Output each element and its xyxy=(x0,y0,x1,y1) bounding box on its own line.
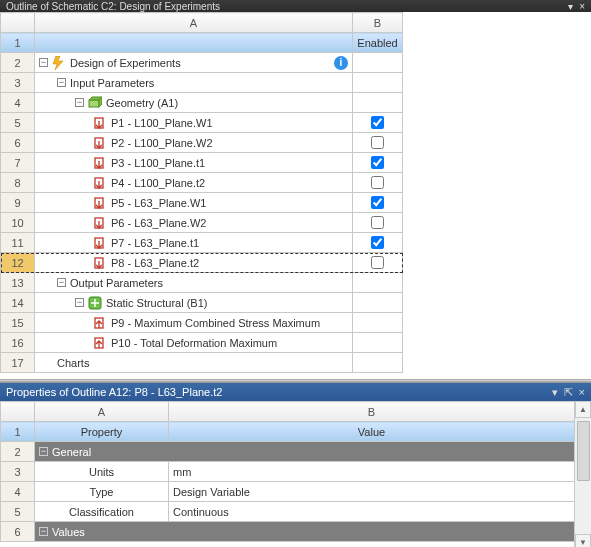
property-row[interactable]: 5ClassificationContinuous xyxy=(1,502,575,522)
section-values[interactable]: 6 − Values xyxy=(1,522,575,542)
dropdown-icon[interactable]: ▾ xyxy=(552,386,558,399)
scroll-thumb[interactable] xyxy=(577,421,590,481)
enabled-cell[interactable] xyxy=(353,193,403,213)
corner-cell[interactable] xyxy=(1,402,35,422)
tree-cell[interactable]: −Output Parameters xyxy=(35,273,353,293)
table-row[interactable]: 14−Static Structural (B1) xyxy=(1,293,403,313)
col-a-header[interactable]: A xyxy=(35,13,353,33)
row-number[interactable]: 8 xyxy=(1,173,35,193)
table-row[interactable]: 17Charts xyxy=(1,353,403,373)
enabled-checkbox[interactable] xyxy=(371,236,384,249)
tree-cell[interactable]: P4 - L100_Plane.t2 xyxy=(35,173,353,193)
col-a-header[interactable]: A xyxy=(35,402,169,422)
row-number[interactable]: 4 xyxy=(1,482,35,502)
vertical-scrollbar[interactable]: ▲ ▼ xyxy=(574,401,591,547)
collapse-icon[interactable]: − xyxy=(75,98,84,107)
close-icon[interactable]: × xyxy=(579,386,585,399)
table-row[interactable]: 9P5 - L63_Plane.W1 xyxy=(1,193,403,213)
enabled-checkbox[interactable] xyxy=(371,156,384,169)
tree-cell[interactable]: P10 - Total Deformation Maximum xyxy=(35,333,353,353)
row-number[interactable]: 17 xyxy=(1,353,35,373)
table-row[interactable]: 2i−Design of Experiments xyxy=(1,53,403,73)
table-row[interactable]: 15P9 - Maximum Combined Stress Maximum xyxy=(1,313,403,333)
row-number[interactable]: 12 xyxy=(1,253,35,273)
enabled-cell[interactable] xyxy=(353,133,403,153)
table-row[interactable]: 6P2 - L100_Plane.W2 xyxy=(1,133,403,153)
table-row[interactable]: 4−Geometry (A1) xyxy=(1,93,403,113)
property-row[interactable]: 4TypeDesign Variable xyxy=(1,482,575,502)
enabled-cell[interactable] xyxy=(353,113,403,133)
pin-icon[interactable]: ▾ xyxy=(568,1,573,12)
row-number[interactable]: 16 xyxy=(1,333,35,353)
collapse-icon[interactable]: − xyxy=(39,527,48,536)
tree-cell[interactable]: P2 - L100_Plane.W2 xyxy=(35,133,353,153)
row-number[interactable]: 7 xyxy=(1,153,35,173)
property-value[interactable]: Design Variable xyxy=(169,482,575,502)
table-row[interactable]: 11P7 - L63_Plane.t1 xyxy=(1,233,403,253)
table-row[interactable]: 5P1 - L100_Plane.W1 xyxy=(1,113,403,133)
corner-cell[interactable] xyxy=(1,13,35,33)
row-number[interactable]: 5 xyxy=(1,113,35,133)
row-number[interactable]: 1 xyxy=(1,422,35,442)
tree-cell[interactable]: −Geometry (A1) xyxy=(35,93,353,113)
row-number[interactable]: 6 xyxy=(1,133,35,153)
enabled-checkbox[interactable] xyxy=(371,116,384,129)
tree-cell[interactable]: P6 - L63_Plane.W2 xyxy=(35,213,353,233)
tree-cell[interactable]: i−Design of Experiments xyxy=(35,53,353,73)
tree-cell[interactable]: P3 - L100_Plane.t1 xyxy=(35,153,353,173)
collapse-icon[interactable]: − xyxy=(57,278,66,287)
info-icon[interactable]: i xyxy=(334,56,348,70)
row-number[interactable]: 14 xyxy=(1,293,35,313)
property-row[interactable]: 3Unitsmm xyxy=(1,462,575,482)
row-number[interactable]: 4 xyxy=(1,93,35,113)
row-number[interactable]: 3 xyxy=(1,73,35,93)
enabled-cell[interactable] xyxy=(353,213,403,233)
table-row[interactable]: 1Enabled xyxy=(1,33,403,53)
col-b-header[interactable]: B xyxy=(353,13,403,33)
col-b-header[interactable]: B xyxy=(169,402,575,422)
enabled-cell[interactable] xyxy=(353,253,403,273)
collapse-icon[interactable]: − xyxy=(57,78,66,87)
close-icon[interactable]: × xyxy=(579,1,585,12)
row-number[interactable]: 2 xyxy=(1,442,35,462)
table-row[interactable]: 8P4 - L100_Plane.t2 xyxy=(1,173,403,193)
enabled-checkbox[interactable] xyxy=(371,256,384,269)
enabled-checkbox[interactable] xyxy=(371,136,384,149)
tree-cell[interactable]: P9 - Maximum Combined Stress Maximum xyxy=(35,313,353,333)
enabled-cell[interactable] xyxy=(353,233,403,253)
tree-cell[interactable]: −Static Structural (B1) xyxy=(35,293,353,313)
tree-cell[interactable]: −Input Parameters xyxy=(35,73,353,93)
row-number[interactable]: 6 xyxy=(1,522,35,542)
row-number[interactable]: 15 xyxy=(1,313,35,333)
property-value[interactable]: mm xyxy=(169,462,575,482)
row-number[interactable]: 5 xyxy=(1,502,35,522)
table-row[interactable]: 10P6 - L63_Plane.W2 xyxy=(1,213,403,233)
row-number[interactable]: 1 xyxy=(1,33,35,53)
scroll-down-button[interactable]: ▼ xyxy=(575,534,591,547)
tree-cell[interactable]: P8 - L63_Plane.t2 xyxy=(35,253,353,273)
enabled-cell[interactable] xyxy=(353,153,403,173)
table-row[interactable]: 3−Input Parameters xyxy=(1,73,403,93)
collapse-icon[interactable]: − xyxy=(75,298,84,307)
table-row[interactable]: 16P10 - Total Deformation Maximum xyxy=(1,333,403,353)
row-number[interactable]: 13 xyxy=(1,273,35,293)
collapse-icon[interactable]: − xyxy=(39,58,48,67)
enabled-checkbox[interactable] xyxy=(371,216,384,229)
table-row[interactable]: 13−Output Parameters xyxy=(1,273,403,293)
row-number[interactable]: 2 xyxy=(1,53,35,73)
table-row[interactable]: 7P3 - L100_Plane.t1 xyxy=(1,153,403,173)
tree-cell[interactable]: P7 - L63_Plane.t1 xyxy=(35,233,353,253)
enabled-cell[interactable] xyxy=(353,173,403,193)
section-general[interactable]: 2 − General xyxy=(1,442,575,462)
scroll-up-button[interactable]: ▲ xyxy=(575,401,591,418)
enabled-checkbox[interactable] xyxy=(371,196,384,209)
row-number[interactable]: 11 xyxy=(1,233,35,253)
table-row[interactable]: 12P8 - L63_Plane.t2 xyxy=(1,253,403,273)
collapse-icon[interactable]: − xyxy=(39,447,48,456)
tree-cell[interactable]: Charts xyxy=(35,353,353,373)
pin-icon[interactable]: ⇱ xyxy=(564,386,573,399)
enabled-checkbox[interactable] xyxy=(371,176,384,189)
row-number[interactable]: 10 xyxy=(1,213,35,233)
row-number[interactable]: 9 xyxy=(1,193,35,213)
property-value[interactable]: Continuous xyxy=(169,502,575,522)
